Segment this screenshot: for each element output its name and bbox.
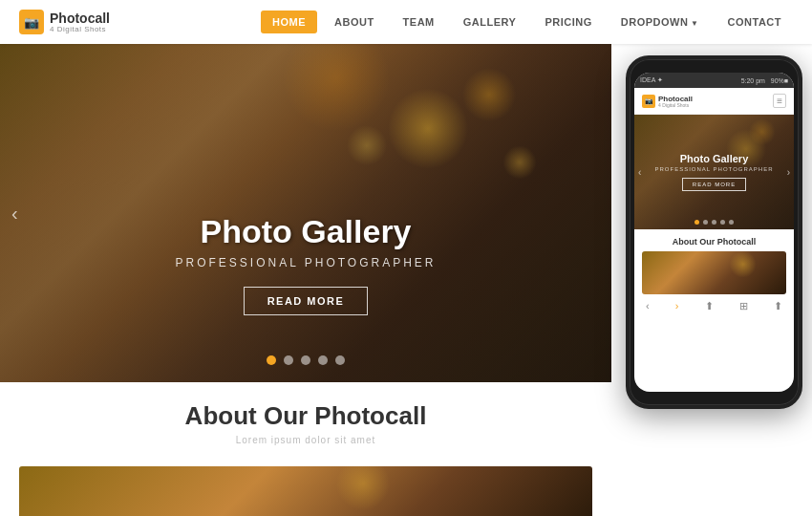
phone-navbar: 📷 Photocall 4 Digital Shots ≡	[634, 88, 794, 115]
hero-dot-1[interactable]	[267, 355, 276, 365]
brand-icon: 📷	[19, 10, 44, 34]
hero-dot-5[interactable]	[335, 355, 345, 365]
hero-section: ‹ Photo Gallery Professional Photographe…	[0, 44, 611, 382]
about-image-strip	[19, 466, 592, 516]
phone-brand: 📷 Photocall 4 Digital Shots	[642, 95, 693, 108]
phone-about-section: About Our Photocall ‹ › ⬆ ⊞ ⬆	[634, 229, 794, 320]
brand-name: Photocall	[50, 11, 110, 25]
phone-screen: IDEA ✦ 5:20 pm 90%■ 📷 Photocall 4 Digita…	[634, 73, 794, 392]
phone-hero-title: Photo Gallery	[680, 153, 749, 164]
hero-dot-4[interactable]	[318, 355, 328, 365]
phone-share-icon[interactable]: ⬆	[705, 300, 714, 312]
phone-next-arrow[interactable]: ›	[787, 167, 790, 178]
phone-menu-icon[interactable]: ≡	[773, 94, 786, 108]
phone-dot-3[interactable]	[712, 220, 716, 225]
about-subtitle: Lorem ipsum dolor sit amet	[19, 435, 592, 445]
phone-export-icon[interactable]: ⬆	[774, 300, 782, 312]
phone-dot-5[interactable]	[729, 220, 734, 225]
hero-cta-button[interactable]: READ MORE	[244, 287, 369, 315]
phone-dot-2[interactable]	[703, 220, 708, 225]
nav-contact[interactable]: CONTACT	[716, 11, 793, 33]
nav-team[interactable]: TEAM	[392, 11, 446, 33]
brand-text: Photocall 4 Digital Shots	[50, 11, 110, 33]
nav-pricing[interactable]: PRICING	[533, 11, 603, 33]
phone-dot-1[interactable]	[694, 220, 699, 225]
nav-about[interactable]: ABOUT	[323, 11, 386, 33]
phone-prev-arrow[interactable]: ‹	[638, 167, 641, 178]
phone-brand-text: Photocall 4 Digital Shots	[658, 95, 693, 108]
brand-tagline: 4 Digital Shots	[50, 25, 110, 33]
phone-hero: ‹ › Photo Gallery Professional Photograp…	[634, 115, 794, 229]
phone-time: 5:20 pm 90%■	[741, 77, 788, 84]
about-title: About Our Photocall	[19, 401, 592, 431]
phone-prev-icon[interactable]: ‹	[646, 300, 650, 312]
navbar: 📷 Photocall 4 Digital Shots HOME ABOUT T…	[0, 0, 812, 44]
hero-dot-2[interactable]	[284, 355, 293, 365]
phone-grid-icon[interactable]: ⊞	[739, 300, 748, 312]
nav-dropdown[interactable]: DROPDOWN	[609, 11, 711, 33]
phone-carrier: IDEA ✦	[640, 76, 663, 84]
nav-home[interactable]: HOME	[261, 11, 317, 33]
phone-about-title: About Our Photocall	[642, 237, 786, 247]
phone-about-image	[642, 251, 786, 294]
hero-dot-3[interactable]	[301, 355, 310, 365]
hero-title: Photo Gallery	[0, 213, 611, 250]
phone-hero-subtitle: Professional Photographer	[654, 166, 773, 172]
phone-next-icon[interactable]: ›	[675, 300, 679, 312]
phone-icons-row: ‹ › ⬆ ⊞ ⬆	[642, 300, 786, 312]
phone-hero-cta[interactable]: READ MORE	[682, 178, 746, 191]
phone-brand-icon: 📷	[642, 95, 655, 108]
phone-status-bar: IDEA ✦ 5:20 pm 90%■	[634, 73, 794, 88]
brand-logo[interactable]: 📷 Photocall 4 Digital Shots	[19, 10, 153, 34]
phone-brand-tagline: 4 Digital Shots	[658, 103, 693, 108]
hero-dots	[0, 355, 611, 365]
about-section: About Our Photocall Lorem ipsum dolor si…	[0, 382, 611, 455]
phone-dot-4[interactable]	[720, 220, 725, 225]
nav-menu: HOME ABOUT TEAM GALLERY PRICING DROPDOWN…	[261, 11, 793, 33]
nav-gallery[interactable]: GALLERY	[452, 11, 528, 33]
hero-content: Photo Gallery Professional Photographer …	[0, 213, 611, 315]
hero-background: ‹ Photo Gallery Professional Photographe…	[0, 44, 611, 382]
phone-hero-dots	[634, 220, 794, 225]
phone-mockup: IDEA ✦ 5:20 pm 90%■ 📷 Photocall 4 Digita…	[626, 55, 802, 409]
hero-subtitle: Professional Photographer	[0, 256, 611, 269]
